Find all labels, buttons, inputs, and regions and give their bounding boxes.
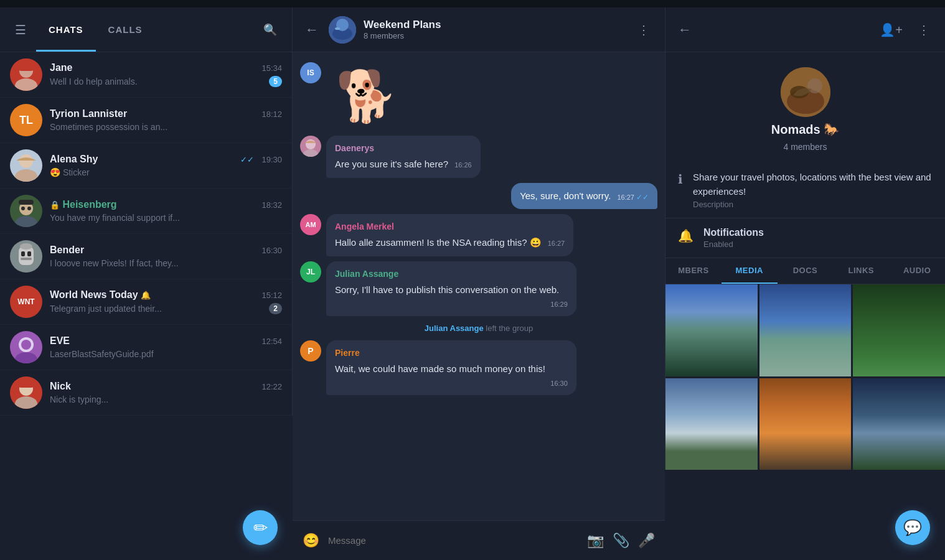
svg-rect-7: [19, 200, 34, 205]
tab-links[interactable]: LINKS: [833, 258, 889, 284]
message-julian: JL Julian Assange Sorry, I'll have to pu…: [300, 261, 657, 316]
message-daenerys: Daenerys Are you sure it's safe here? 16…: [300, 136, 657, 178]
chat-item-heisenberg[interactable]: 🔒 Heisenberg 18:32 You have my financial…: [0, 189, 292, 234]
chat-info-eve: EVE 12:54 LaserBlastSafetyGuide.pdf: [50, 335, 282, 359]
chat-item-jane[interactable]: Jane 15:34 Well I do help animals. 5: [0, 52, 292, 98]
chat-item-alena[interactable]: Alena Shy ✓✓ 19:30 😍 Sticker: [0, 143, 292, 189]
camera-button[interactable]: 📷: [587, 533, 604, 549]
svg-point-8: [21, 207, 25, 210]
svg-rect-11: [21, 251, 25, 256]
right-back-button[interactable]: ←: [675, 19, 694, 40]
back-button[interactable]: ←: [303, 19, 321, 40]
media-cell-6[interactable]: [853, 378, 945, 470]
right-header-actions: 👤+ ⋮: [875, 17, 935, 42]
info-icon: ℹ: [678, 172, 683, 187]
chat-preview-heisenberg: You have my financial support if...: [50, 213, 282, 223]
compose-fab-button[interactable]: ✏: [243, 510, 278, 545]
media-cell-4[interactable]: [665, 378, 758, 470]
tab-chats[interactable]: CHATS: [36, 7, 96, 52]
avatar-tyrion: TL: [10, 104, 42, 136]
media-cell-1[interactable]: [665, 284, 758, 376]
chat-info-heisenberg: 🔒 Heisenberg 18:32 You have my financial…: [50, 199, 282, 223]
svg-point-4: [15, 169, 37, 182]
tab-audio[interactable]: AUDIO: [889, 258, 945, 284]
avatar-angela: AM: [300, 214, 321, 235]
system-message-julian: Julian Assange left the group: [300, 321, 657, 335]
right-panel: ← 👤+ ⋮ Nomads 🐎 4: [665, 7, 945, 470]
notifications-status: Enabled: [703, 240, 933, 249]
svg-rect-20: [19, 381, 34, 388]
message-outgoing-1: Yes, sure, don't worry. 16:27 ✓✓: [300, 183, 657, 210]
hamburger-icon[interactable]: ☰: [10, 17, 31, 42]
notifications-label: Notifications: [703, 227, 933, 238]
float-chat-button[interactable]: 💬: [895, 510, 930, 545]
sender-pierre: Pierre: [335, 347, 568, 360]
svg-point-14: [20, 243, 32, 250]
chat-item-worldnews[interactable]: WNT World News Today 🔔 15:12 Telegram ju…: [0, 279, 292, 325]
tab-calls[interactable]: CALLS: [96, 7, 155, 52]
svg-point-19: [15, 396, 37, 409]
tab-docs[interactable]: DOCS: [778, 258, 834, 284]
svg-point-9: [27, 207, 31, 210]
chat-item-nick[interactable]: Nick 12:22 Nick is typing...: [0, 370, 292, 416]
notifications-item[interactable]: 🔔 Notifications Enabled: [665, 218, 945, 258]
media-cell-2[interactable]: [759, 284, 852, 376]
group-description-item: ℹ Share your travel photos, locations wi…: [665, 162, 945, 218]
chat-item-eve[interactable]: EVE 12:54 LaserBlastSafetyGuide.pdf: [0, 325, 292, 370]
avatar-eve: [10, 331, 42, 363]
attach-button[interactable]: 📎: [613, 533, 629, 549]
add-member-button[interactable]: 👤+: [875, 17, 908, 42]
emoji-button[interactable]: 😊: [303, 533, 319, 549]
badge-worldnews: 2: [269, 303, 282, 314]
bubble-julian: Julian Assange Sorry, I'll have to publi…: [326, 261, 576, 316]
avatar-daenerys: [300, 136, 321, 157]
chat-more-button[interactable]: ⋮: [632, 17, 655, 42]
message-input[interactable]: [328, 535, 578, 546]
tabs-container: CHATS CALLS: [36, 7, 253, 52]
badge-jane: 5: [269, 76, 282, 87]
bubble-outgoing-1: Yes, sure, don't worry. 16:27 ✓✓: [511, 183, 657, 210]
chat-preview-jane: Well I do help animals. 5: [50, 76, 282, 87]
chat-info-jane: Jane 15:34 Well I do help animals. 5: [50, 62, 282, 87]
media-cell-3[interactable]: [853, 284, 945, 376]
bubble-daenerys: Daenerys Are you sure it's safe here? 16…: [326, 136, 481, 178]
message-angela: AM Angela Merkel Hallo alle zusammen! Is…: [300, 214, 657, 256]
media-grid: [665, 284, 945, 470]
avatar-pierre: P: [300, 340, 321, 362]
chat-title: Weekend Plans: [364, 19, 625, 31]
chat-item-bender[interactable]: Bender 16:30 I looove new Pixels! If fac…: [0, 234, 292, 279]
tab-members[interactable]: MBERS: [665, 258, 722, 284]
right-header: ← 👤+ ⋮: [665, 7, 945, 52]
svg-rect-12: [27, 251, 31, 256]
messages-area: IS 🐕 Daenerys Are you sure it's safe her…: [293, 52, 665, 520]
bubble-pierre: Pierre Wait, we could have made so much …: [326, 340, 576, 395]
mic-button[interactable]: 🎤: [638, 533, 655, 549]
group-avatar: [781, 67, 830, 117]
svg-point-24: [335, 27, 340, 30]
chat-info-nick: Nick 12:22 Nick is typing...: [50, 381, 282, 404]
group-members: 4 members: [783, 142, 827, 152]
chat-members: 8 members: [364, 31, 625, 40]
avatar-julian: JL: [300, 261, 321, 282]
tab-media[interactable]: MEDIA: [722, 258, 778, 284]
avatar-is: IS: [300, 62, 321, 83]
avatar-jane: [10, 58, 42, 91]
search-icon[interactable]: 🔍: [258, 18, 282, 42]
chat-preview-tyrion: Sometimes possession is an...: [50, 122, 282, 132]
avatar-bender: [10, 240, 42, 273]
sender-angela: Angela Merkel: [335, 220, 565, 233]
chat-name-tyrion: Tyrion Lannister: [50, 108, 127, 119]
media-cell-5[interactable]: [759, 378, 852, 470]
sender-julian: Julian Assange: [335, 268, 568, 281]
avatar-alena: [10, 149, 42, 182]
top-status-bar: [0, 0, 945, 7]
left-panel: ☰ CHATS CALLS 🔍: [0, 7, 293, 416]
chat-info-worldnews: World News Today 🔔 15:12 Telegram just u…: [50, 289, 282, 314]
chat-item-tyrion[interactable]: TL Tyrion Lannister 18:12 Sometimes poss…: [0, 98, 292, 143]
chat-list: Jane 15:34 Well I do help animals. 5 TL: [0, 52, 292, 416]
group-name: Nomads 🐎: [771, 122, 839, 137]
right-more-button[interactable]: ⋮: [913, 17, 935, 42]
chat-avatar: [329, 16, 356, 44]
read-check-icon: ✓✓: [636, 193, 649, 202]
svg-point-26: [303, 149, 318, 157]
